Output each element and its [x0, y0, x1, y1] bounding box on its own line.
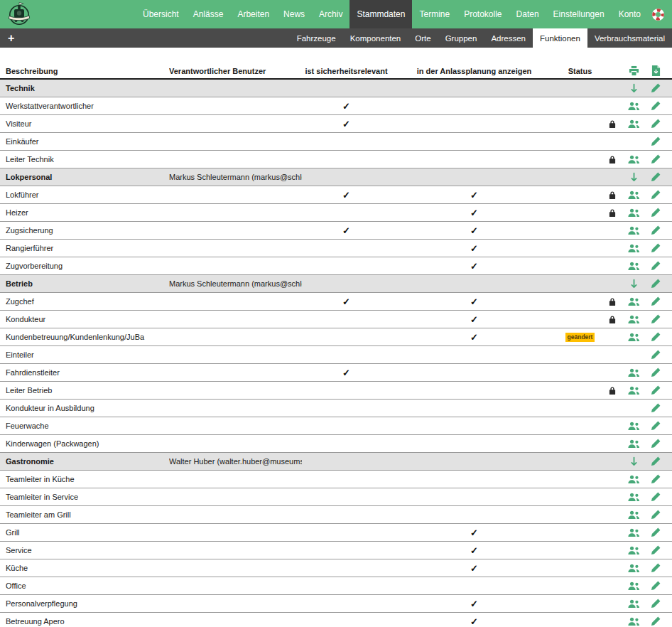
tab-orte[interactable]: Orte — [408, 28, 438, 48]
nav-item-anlaesse[interactable]: Anlässe — [186, 0, 231, 28]
users-icon[interactable] — [628, 297, 640, 306]
users-icon[interactable] — [628, 582, 640, 591]
tab-fahrzeuge[interactable]: Fahrzeuge — [290, 28, 343, 48]
move-down-icon[interactable] — [630, 279, 638, 289]
pencil-icon[interactable] — [651, 581, 661, 591]
users-icon[interactable] — [628, 244, 640, 253]
row-beschreibung: Personalverpflegung — [0, 599, 169, 608]
add-button[interactable]: + — [0, 28, 22, 48]
row-lock-cell — [602, 385, 622, 395]
pencil-icon[interactable] — [651, 154, 661, 164]
pencil-icon[interactable] — [651, 314, 661, 324]
pencil-icon[interactable] — [651, 599, 661, 609]
pencil-icon[interactable] — [651, 332, 661, 342]
users-icon[interactable] — [628, 599, 640, 609]
pencil-icon[interactable] — [651, 563, 661, 573]
row-beschreibung: Einteiler — [0, 350, 169, 359]
nav-item-uebersicht[interactable]: Übersicht — [136, 0, 186, 28]
users-icon[interactable] — [628, 368, 640, 377]
pencil-icon[interactable] — [651, 101, 661, 111]
pencil-icon[interactable] — [651, 243, 661, 253]
users-icon[interactable] — [628, 208, 640, 218]
users-icon[interactable] — [628, 546, 640, 555]
nav-item-news[interactable]: News — [276, 0, 312, 28]
pencil-icon[interactable] — [651, 208, 661, 218]
users-icon[interactable] — [628, 493, 640, 502]
pencil-icon[interactable] — [651, 279, 661, 289]
users-icon[interactable] — [628, 528, 640, 537]
check-icon: ✓ — [470, 332, 478, 343]
users-icon[interactable] — [628, 333, 640, 342]
pencil-icon[interactable] — [651, 261, 661, 271]
users-icon[interactable] — [628, 564, 640, 573]
tab-gruppen[interactable]: Gruppen — [438, 28, 484, 48]
pencil-icon[interactable] — [651, 296, 661, 306]
lock-icon — [608, 155, 617, 164]
tab-verbrauchsmaterial[interactable]: Verbrauchsmaterial — [587, 28, 672, 48]
users-icon[interactable] — [628, 386, 640, 395]
table-row-kundenbetreuung-kundenlenkung-juba: Kundenbetreuung/Kundenlenkung/JuBa✓geänd… — [0, 328, 672, 346]
nav-item-archiv[interactable]: Archiv — [312, 0, 349, 28]
row-beschreibung: Service — [0, 546, 169, 554]
move-down-icon[interactable] — [630, 83, 638, 94]
pencil-icon[interactable] — [651, 421, 661, 431]
group-row-lokpersonal: LokpersonalMarkus Schleutermann (markus@… — [0, 168, 672, 186]
users-icon[interactable] — [628, 510, 640, 520]
pencil-icon[interactable] — [651, 403, 661, 413]
nav-item-protokolle[interactable]: Protokolle — [457, 0, 509, 28]
users-icon[interactable] — [628, 422, 640, 431]
pencil-icon[interactable] — [651, 510, 661, 520]
check-icon: ✓ — [470, 243, 478, 254]
pencil-icon[interactable] — [651, 456, 661, 466]
users-icon[interactable] — [628, 475, 640, 484]
pencil-icon[interactable] — [651, 439, 661, 449]
users-icon[interactable] — [628, 119, 640, 129]
users-icon[interactable] — [628, 155, 640, 164]
nav-item-arbeiten[interactable]: Arbeiten — [230, 0, 276, 28]
pencil-icon[interactable] — [651, 527, 661, 537]
nav-item-konto[interactable]: Konto — [612, 0, 648, 28]
life-ring-icon[interactable] — [648, 0, 672, 28]
tab-funktionen[interactable]: Funktionen — [533, 28, 587, 48]
table-row-lokfuehrer: Lokführer✓✓ — [0, 186, 672, 204]
tab-komponenten[interactable]: Komponenten — [343, 28, 408, 48]
move-down-icon[interactable] — [630, 456, 638, 467]
tab-adressen[interactable]: Adressen — [484, 28, 533, 48]
nav-item-termine[interactable]: Termine — [412, 0, 457, 28]
row-lock-cell — [602, 208, 622, 218]
row-beschreibung: Gastronomie — [0, 457, 169, 466]
lock-icon — [608, 208, 617, 218]
pencil-icon[interactable] — [651, 190, 661, 200]
users-icon[interactable] — [628, 617, 640, 626]
pencil-icon[interactable] — [651, 616, 661, 626]
table-row-einkaeufer: Einkäufer — [0, 133, 672, 151]
nav-item-stammdaten[interactable]: Stammdaten — [349, 0, 412, 28]
nav-item-einstellungen[interactable]: Einstellungen — [546, 0, 612, 28]
users-icon[interactable] — [628, 439, 640, 449]
pencil-icon[interactable] — [651, 368, 661, 377]
row-anlassplanung: ✓ — [391, 599, 558, 609]
pencil-icon[interactable] — [651, 350, 661, 360]
print-icon[interactable] — [629, 65, 639, 76]
railway-badge-logo[interactable] — [0, 0, 32, 28]
table-row-personalverpflegung: Personalverpflegung✓ — [0, 595, 672, 613]
nav-item-daten[interactable]: Daten — [509, 0, 546, 28]
pencil-icon[interactable] — [651, 172, 661, 182]
users-icon[interactable] — [628, 191, 640, 200]
pencil-icon[interactable] — [651, 492, 661, 502]
users-icon[interactable] — [628, 262, 640, 271]
move-down-icon[interactable] — [630, 172, 638, 183]
pencil-icon[interactable] — [651, 119, 661, 129]
users-icon[interactable] — [628, 315, 640, 324]
pencil-icon[interactable] — [651, 385, 661, 395]
pencil-icon[interactable] — [651, 225, 661, 235]
pencil-icon[interactable] — [651, 545, 661, 555]
check-icon: ✓ — [470, 261, 478, 272]
pencil-icon[interactable] — [651, 136, 661, 146]
users-icon[interactable] — [628, 226, 640, 235]
pencil-icon[interactable] — [651, 474, 661, 484]
row-beschreibung: Lokpersonal — [0, 173, 169, 181]
export-file-icon[interactable] — [651, 65, 661, 76]
users-icon[interactable] — [628, 102, 640, 111]
pencil-icon[interactable] — [651, 83, 661, 93]
